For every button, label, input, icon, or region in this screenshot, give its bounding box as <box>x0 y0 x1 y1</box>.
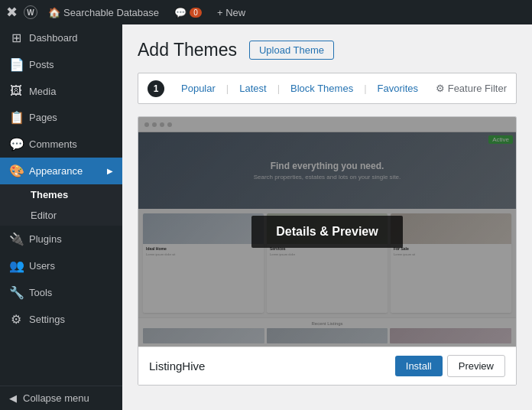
users-icon: 👥 <box>9 259 23 273</box>
sidebar-item-tools[interactable]: 🔧 Tools <box>0 279 122 306</box>
home-icon: 🏠 <box>48 7 60 18</box>
sidebar-item-label: Posts <box>29 59 54 70</box>
admin-bar-new[interactable]: + New <box>211 0 251 24</box>
main-layout: ⊞ Dashboard 📄 Posts 🖼 Media 📋 Pages 💬 Co… <box>0 24 532 410</box>
theme-name: ListingHive <box>149 360 395 373</box>
sidebar-item-settings[interactable]: ⚙ Settings <box>0 306 122 333</box>
wp-logo-icon[interactable]: ✖ <box>6 4 18 21</box>
install-button[interactable]: Install <box>395 356 443 376</box>
admin-bar-site[interactable]: 🏠 Searchable Database <box>42 0 165 24</box>
dashboard-icon: ⊞ <box>9 31 23 45</box>
themes-label: Themes <box>31 189 68 200</box>
sidebar: ⊞ Dashboard 📄 Posts 🖼 Media 📋 Pages 💬 Co… <box>0 24 122 410</box>
main-content: Add Themes Upload Theme 1 Popular | Late… <box>122 24 532 410</box>
comments-icon: 💬 <box>9 137 23 151</box>
sidebar-item-dashboard[interactable]: ⊞ Dashboard <box>0 24 122 51</box>
theme-card-footer: ListingHive Install Preview <box>138 347 516 385</box>
sidebar-item-label: Appearance <box>29 165 83 177</box>
theme-preview-overlay[interactable]: Details & Preview <box>138 117 516 347</box>
posts-icon: 📄 <box>9 57 23 72</box>
page-title: Add Themes <box>138 40 237 60</box>
tools-icon: 🔧 <box>9 285 23 300</box>
comment-count-badge: 0 <box>190 8 202 18</box>
sidebar-item-label: Media <box>29 86 56 97</box>
submenu-arrow-icon: ▶ <box>107 167 113 175</box>
sidebar-item-comments[interactable]: 💬 Comments <box>0 131 122 158</box>
tab-block-themes[interactable]: Block Themes <box>283 80 361 97</box>
settings-icon: ⚙ <box>9 312 23 327</box>
wordpress-icon[interactable]: W <box>24 5 37 19</box>
collapse-label: Collapse menu <box>23 392 89 404</box>
active-tab-number: 1 <box>148 80 164 97</box>
sidebar-item-label: Settings <box>29 314 65 325</box>
sidebar-item-users[interactable]: 👥 Users <box>0 252 122 279</box>
appearance-icon: 🎨 <box>9 164 23 178</box>
sidebar-item-label: Pages <box>29 112 57 123</box>
theme-card-listinghive: Active Find everything you need. Search … <box>138 116 517 386</box>
admin-bar-site-name: Searchable Database <box>63 7 159 18</box>
sidebar-item-label: Plugins <box>29 233 62 245</box>
tab-latest[interactable]: Latest <box>232 80 274 97</box>
admin-bar-new-label: + New <box>217 7 245 18</box>
sidebar-item-label: Tools <box>29 287 52 298</box>
collapse-icon: ◀ <box>9 392 17 404</box>
collapse-menu-button[interactable]: ◀ Collapse menu <box>0 386 122 410</box>
feature-filter-button[interactable]: ⚙ Feature Filter <box>436 83 507 94</box>
sidebar-item-appearance[interactable]: 🎨 Appearance ▶ <box>0 158 122 184</box>
sidebar-item-media[interactable]: 🖼 Media <box>0 78 122 104</box>
svg-text:W: W <box>27 8 34 17</box>
sidebar-item-label: Users <box>29 260 55 272</box>
media-icon: 🖼 <box>9 84 23 98</box>
sidebar-item-editor[interactable]: Editor <box>0 205 122 226</box>
appearance-submenu: Themes Editor <box>0 184 122 226</box>
gear-icon: ⚙ <box>436 83 445 94</box>
page-header: Add Themes Upload Theme <box>138 40 517 60</box>
editor-label: Editor <box>31 210 57 221</box>
sidebar-item-label: Comments <box>29 138 77 150</box>
tab-popular[interactable]: Popular <box>174 80 223 97</box>
sidebar-item-plugins[interactable]: 🔌 Plugins <box>0 226 122 252</box>
filter-tabs: 1 Popular | Latest | Block Themes | Favo… <box>138 73 517 104</box>
tab-divider-3: | <box>364 83 366 94</box>
sidebar-item-posts[interactable]: 📄 Posts <box>0 51 122 78</box>
pages-icon: 📋 <box>9 110 23 125</box>
admin-bar: ✖ W 🏠 Searchable Database 💬 0 + New <box>0 0 532 24</box>
tab-favorites[interactable]: Favorites <box>370 80 426 97</box>
sidebar-item-pages[interactable]: 📋 Pages <box>0 104 122 131</box>
comment-icon: 💬 <box>174 7 187 18</box>
tab-divider-2: | <box>277 83 280 94</box>
sidebar-item-label: Dashboard <box>29 32 78 44</box>
upload-theme-button[interactable]: Upload Theme <box>249 41 334 60</box>
details-preview-button[interactable]: Details & Preview <box>251 216 402 248</box>
plugins-icon: 🔌 <box>9 232 23 246</box>
tab-divider-1: | <box>226 83 229 94</box>
theme-preview: Active Find everything you need. Search … <box>138 117 516 347</box>
preview-button[interactable]: Preview <box>447 355 505 377</box>
sidebar-item-themes[interactable]: Themes <box>0 184 122 205</box>
feature-filter-label: Feature Filter <box>448 83 507 94</box>
admin-bar-comments[interactable]: 💬 0 <box>168 0 208 24</box>
